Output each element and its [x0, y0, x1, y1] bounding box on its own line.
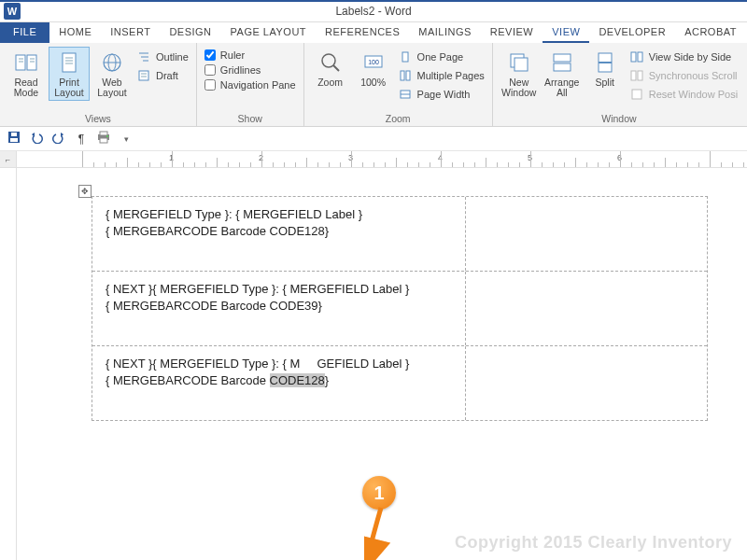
group-show-label: Show	[203, 113, 298, 124]
outline-button[interactable]: Outline	[134, 49, 190, 65]
tab-page-layout[interactable]: PAGE LAYOUT	[221, 22, 317, 43]
web-layout-button[interactable]: Web Layout	[92, 47, 133, 101]
horizontal-ruler[interactable]: 123456	[17, 151, 747, 167]
arrange-all-icon	[549, 49, 575, 76]
svg-rect-40	[10, 138, 18, 142]
new-window-button[interactable]: New Window	[499, 47, 540, 101]
qat-customize-button[interactable]: ▾	[118, 131, 134, 147]
svg-rect-37	[638, 71, 642, 80]
field-line: { NEXT }{ MERGEFIELD Type }: { MERGEFIEL…	[106, 281, 452, 298]
tab-design[interactable]: DESIGN	[160, 22, 220, 43]
ribbon: Read Mode Print Layout Web Layout Outlin…	[0, 43, 747, 127]
navigation-checkbox-input[interactable]	[204, 79, 216, 91]
svg-rect-29	[514, 58, 528, 71]
gridlines-checkbox[interactable]: Gridlines	[203, 63, 298, 77]
selected-text[interactable]: CODE128	[270, 373, 325, 387]
arrange-all-label: Arrange All	[544, 77, 580, 98]
label-cell-side[interactable]	[466, 346, 690, 420]
svg-rect-31	[554, 63, 571, 71]
web-layout-label: Web Layout	[94, 77, 130, 98]
reset-window-label: Reset Window Posi	[649, 89, 738, 100]
svg-rect-25	[406, 71, 410, 80]
label-cell[interactable]: { NEXT }{ MERGEFIELD Type }: { MERGEFIEL…	[92, 346, 466, 420]
table-row: { NEXT }{ MERGEFIELD Type }: { MERGEFIEL…	[92, 272, 707, 346]
label-cell-side[interactable]	[466, 272, 690, 345]
split-button[interactable]: Split	[585, 47, 626, 91]
svg-rect-24	[401, 71, 404, 80]
table-move-handle[interactable]: ✥	[78, 185, 92, 198]
label-cell-side[interactable]	[466, 197, 690, 271]
tab-insert[interactable]: INSERT	[101, 22, 160, 43]
multiple-pages-button[interactable]: Multiple Pages	[396, 67, 486, 84]
sync-scroll-label: Synchronous Scroll	[649, 70, 738, 81]
qat-quick-print-button[interactable]	[95, 131, 112, 147]
page: { MERGEFIELD Type }: { MERGEFIELD Label …	[92, 196, 708, 421]
document-canvas[interactable]: ✥ { MERGEFIELD Type }: { MERGEFIELD Labe…	[17, 168, 747, 560]
group-zoom-label: Zoom	[310, 113, 486, 124]
side-by-side-label: View Side by Side	[649, 51, 731, 63]
side-by-side-button[interactable]: View Side by Side	[627, 49, 740, 65]
tab-home[interactable]: HOME	[49, 22, 101, 43]
labels-table: { MERGEFIELD Type }: { MERGEFIELD Label …	[92, 196, 708, 421]
draft-icon	[136, 68, 151, 83]
zoom-100-label: 100%	[360, 77, 386, 88]
gridlines-checkbox-input[interactable]	[204, 64, 216, 76]
undo-button[interactable]	[28, 131, 45, 147]
sync-scroll-button[interactable]: Synchronous Scroll	[627, 67, 740, 84]
svg-point-19	[322, 54, 335, 67]
gridlines-label: Gridlines	[220, 64, 261, 76]
zoom-button[interactable]: Zoom	[310, 47, 351, 91]
ruler-row: ⌐ 123456	[0, 151, 747, 168]
svg-rect-0	[16, 55, 25, 70]
print-layout-button[interactable]: Print Layout	[49, 47, 90, 101]
page-width-icon	[398, 87, 413, 102]
tab-view[interactable]: VIEW	[543, 22, 589, 43]
one-page-button[interactable]: One Page	[396, 49, 486, 65]
field-line: { MERGEBARCODE Barcode CODE128}	[106, 372, 452, 389]
page-width-button[interactable]: Page Width	[396, 86, 486, 103]
watermark: Copyright 2015 Clearly Inventory	[455, 533, 732, 553]
tab-mailings[interactable]: MAILINGS	[409, 22, 481, 43]
print-layout-icon	[56, 49, 82, 76]
tab-references[interactable]: REFERENCES	[316, 22, 409, 43]
label-cell[interactable]: { NEXT }{ MERGEFIELD Type }: { MERGEFIEL…	[92, 272, 466, 345]
svg-rect-6	[63, 53, 76, 72]
zoom-100-button[interactable]: 100 100%	[353, 47, 394, 91]
tab-developer[interactable]: DEVELOPER	[589, 22, 675, 43]
svg-point-45	[106, 135, 108, 137]
redo-button[interactable]	[50, 131, 67, 147]
tab-acrobat[interactable]: ACROBAT	[675, 22, 746, 43]
multiple-pages-label: Multiple Pages	[417, 70, 485, 81]
draft-button[interactable]: Draft	[134, 67, 190, 84]
group-window: New Window Arrange All Split View Side b…	[493, 43, 745, 126]
draft-label: Draft	[156, 70, 178, 81]
svg-rect-38	[632, 90, 641, 99]
window-title: Labels2 - Word	[335, 5, 411, 18]
one-page-label: One Page	[417, 51, 464, 63]
arrange-all-button[interactable]: Arrange All	[542, 47, 583, 101]
navigation-checkbox[interactable]: Navigation Pane	[203, 78, 298, 91]
group-views-label: Views	[6, 113, 190, 124]
ruler-checkbox[interactable]: Ruler	[203, 49, 298, 62]
save-button[interactable]	[6, 131, 22, 147]
vertical-ruler[interactable]	[0, 168, 17, 560]
tab-review[interactable]: REVIEW	[481, 22, 543, 43]
web-layout-icon	[99, 49, 125, 76]
field-line: { MERGEFIELD Type }: { MERGEFIELD Label …	[106, 206, 452, 223]
svg-rect-23	[402, 52, 408, 62]
ribbon-tabs: FILE HOME INSERT DESIGN PAGE LAYOUT REFE…	[0, 22, 747, 43]
group-show: Ruler Gridlines Navigation Pane Show	[197, 43, 304, 126]
new-window-icon	[506, 49, 532, 76]
qat-pilcrow-button[interactable]: ¶	[73, 131, 90, 147]
ruler-checkbox-input[interactable]	[204, 49, 216, 61]
quick-print-icon	[96, 131, 111, 147]
ruler-label: Ruler	[220, 49, 245, 61]
read-mode-button[interactable]: Read Mode	[6, 47, 47, 101]
tab-file[interactable]: FILE	[0, 22, 49, 43]
reset-window-button[interactable]: Reset Window Posi	[627, 86, 740, 103]
svg-rect-36	[631, 71, 636, 80]
svg-rect-44	[100, 138, 107, 143]
label-cell[interactable]: { MERGEFIELD Type }: { MERGEFIELD Label …	[92, 197, 466, 271]
group-views: Read Mode Print Layout Web Layout Outlin…	[0, 43, 197, 126]
callout-badge: 1	[362, 476, 396, 510]
